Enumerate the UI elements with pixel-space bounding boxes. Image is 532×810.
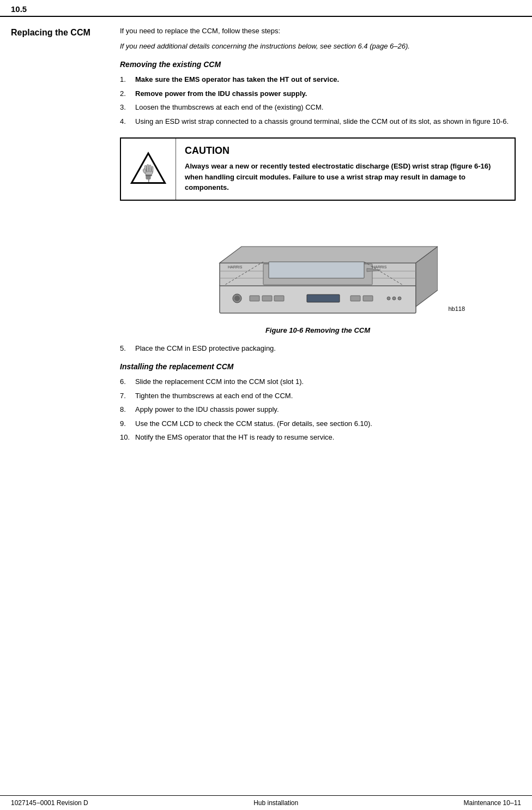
list-item: 5. Place the CCM in ESD protective packa…: [120, 343, 516, 354]
svg-rect-26: [307, 295, 340, 302]
svg-rect-5: [149, 165, 151, 172]
svg-rect-27: [350, 296, 360, 301]
step-num: 9.: [120, 418, 135, 429]
list-item: 6. Slide the replacement CCM into the CC…: [120, 376, 516, 387]
figure-image: HARRIS HARRIS hb118: [198, 214, 438, 323]
caution-text-area: CAUTION Always wear a new or recently te…: [176, 139, 515, 200]
figure-label: Figure 10-6 Removing the CCM: [265, 326, 370, 334]
step-num: 5.: [120, 343, 135, 354]
device-chassis-svg: HARRIS HARRIS: [198, 214, 438, 323]
removing-heading: Removing the existing CCM: [120, 60, 516, 69]
footer-left: 1027145−0001 Revision D: [11, 799, 88, 807]
step-text: Slide the replacement CCM into the CCM s…: [135, 376, 516, 387]
svg-text:HARRIS: HARRIS: [372, 265, 387, 269]
install-steps-list: 6. Slide the replacement CCM into the CC…: [120, 376, 516, 443]
svg-rect-24: [262, 296, 272, 301]
step-num: 4.: [120, 116, 135, 127]
list-item: 1. Make sure the EMS operator has taken …: [120, 74, 516, 85]
figure-label-area: Figure 10-6 Removing the CCM: [265, 326, 370, 334]
step-text: Place the CCM in ESD protective packagin…: [135, 343, 516, 354]
installing-heading: Installing the replacement CCM: [120, 362, 516, 371]
left-column: Replacing the CCM: [0, 17, 109, 463]
page-footer: 1027145−0001 Revision D Hub installation…: [0, 795, 532, 810]
step-text: Make sure the EMS operator has taken the…: [135, 74, 516, 85]
hb118-label: hb118: [448, 305, 465, 312]
step-num: 8.: [120, 404, 135, 415]
svg-rect-6: [152, 166, 153, 172]
step-text: Use the CCM LCD to check the CCM status.…: [135, 418, 516, 429]
svg-rect-25: [274, 296, 284, 301]
step-num: 7.: [120, 391, 135, 401]
svg-rect-23: [250, 296, 259, 301]
list-item: 10. Notify the EMS operator that the HT …: [120, 432, 516, 443]
section-title: Replacing the CCM: [11, 28, 98, 38]
step-num: 2.: [120, 88, 135, 99]
svg-rect-8: [146, 175, 152, 176]
svg-point-31: [387, 297, 390, 300]
footer-center: Hub installation: [253, 799, 298, 807]
right-column: If you need to replace the CCM, follow t…: [109, 17, 532, 463]
step-num: 1.: [120, 74, 135, 85]
list-item: 7. Tighten the thumbscrews at each end o…: [120, 391, 516, 401]
list-item: 9. Use the CCM LCD to check the CCM stat…: [120, 418, 516, 429]
caution-title: CAUTION: [185, 145, 506, 157]
step-num: 3.: [120, 102, 135, 113]
list-item: 8. Apply power to the IDU chassis power …: [120, 404, 516, 415]
intro-text: If you need to replace the CCM, follow t…: [120, 26, 516, 37]
list-item: 4. Using an ESD wrist strap connected to…: [120, 116, 516, 127]
page-body: Replacing the CCM If you need to replace…: [0, 17, 532, 463]
step-num: 10.: [120, 432, 135, 443]
caution-body: Always wear a new or recently tested ele…: [185, 161, 506, 193]
step-text: Loosen the thumbscrews at each end of th…: [135, 102, 516, 113]
intro-italic: If you need additional details concernin…: [120, 41, 516, 52]
footer-right: Maintenance 10–11: [464, 799, 521, 807]
svg-text:HARRIS: HARRIS: [228, 265, 243, 269]
page-header: 10.5: [0, 0, 532, 17]
list-item: 2. Remove power from the IDU chassis pow…: [120, 88, 516, 99]
step-text: Using an ESD wrist strap connected to a …: [135, 116, 516, 127]
svg-point-22: [234, 296, 240, 301]
svg-point-32: [392, 297, 396, 300]
caution-icon-area: [121, 139, 176, 200]
caution-box: CAUTION Always wear a new or recently te…: [120, 137, 516, 201]
list-item: 3. Loosen the thumbscrews at each end of…: [120, 102, 516, 113]
svg-rect-4: [147, 164, 148, 172]
caution-triangle-icon: [130, 149, 167, 189]
step-text: Notify the EMS operator that the HT is r…: [135, 432, 516, 443]
section-number: 10.5: [11, 4, 27, 14]
steps-list: 1. Make sure the EMS operator has taken …: [120, 74, 516, 127]
step-num: 6.: [120, 376, 135, 387]
step-text: Remove power from the IDU chassis power …: [135, 88, 516, 99]
svg-point-33: [398, 297, 401, 300]
svg-marker-12: [220, 247, 438, 263]
svg-rect-17: [269, 262, 364, 278]
svg-rect-28: [363, 296, 373, 301]
steps-after-list: 5. Place the CCM in ESD protective packa…: [120, 343, 516, 354]
figure-container: HARRIS HARRIS hb118 Figure 10-6 Removing…: [120, 214, 516, 334]
step-text: Apply power to the IDU chassis power sup…: [135, 404, 516, 415]
step-text: Tighten the thumbscrews at each end of t…: [135, 391, 516, 401]
